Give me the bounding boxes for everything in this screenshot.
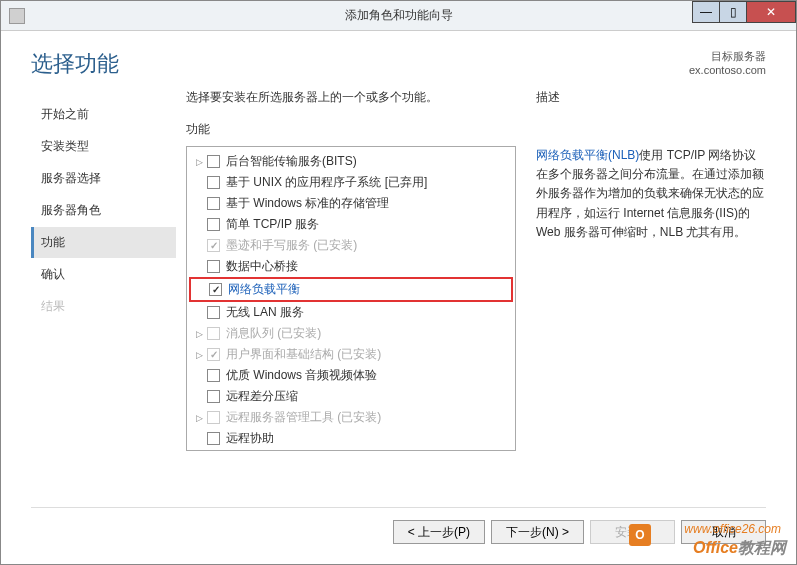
feature-item[interactable]: ▷无线 LAN 服务 <box>187 302 515 323</box>
feature-checkbox[interactable] <box>207 260 220 273</box>
feature-checkbox <box>207 239 220 252</box>
feature-item[interactable]: ▷墨迹和手写服务 (已安装) <box>187 235 515 256</box>
expand-icon[interactable]: ▷ <box>193 413 205 423</box>
main: 选择要安装在所选服务器上的一个或多个功能。 功能 ▷后台智能传输服务(BITS)… <box>176 89 766 489</box>
features-listbox[interactable]: ▷后台智能传输服务(BITS)▷基于 UNIX 的应用程序子系统 [已弃用]▷基… <box>186 146 516 451</box>
feature-label: 后台智能传输服务(BITS) <box>226 153 357 170</box>
feature-item[interactable]: ▷后台智能传输服务(BITS) <box>187 151 515 172</box>
expand-icon[interactable]: ▷ <box>193 157 205 167</box>
titlebar: 添加角色和功能向导 — ▯ ✕ <box>1 1 796 31</box>
feature-checkbox[interactable] <box>207 218 220 231</box>
feature-item[interactable]: ▷远程协助 <box>187 428 515 449</box>
window-title: 添加角色和功能向导 <box>345 7 453 24</box>
description-label: 描述 <box>536 89 766 106</box>
button-bar: < 上一步(P) 下一步(N) > 安装(I) 取消 <box>31 507 766 544</box>
feature-item[interactable]: ▷基于 UNIX 的应用程序子系统 [已弃用] <box>187 172 515 193</box>
feature-checkbox[interactable] <box>207 155 220 168</box>
header: 选择功能 目标服务器 ex.contoso.com <box>1 31 796 89</box>
feature-label: 无线 LAN 服务 <box>226 304 304 321</box>
next-button[interactable]: 下一步(N) > <box>491 520 584 544</box>
sidebar: 开始之前 安装类型 服务器选择 服务器角色 功能 确认 结果 <box>31 89 176 489</box>
feature-label: 优质 Windows 音频视频体验 <box>226 367 377 384</box>
sidebar-item-features[interactable]: 功能 <box>31 227 176 258</box>
feature-item[interactable]: ▷网络负载平衡 <box>189 277 513 302</box>
feature-checkbox <box>207 327 220 340</box>
feature-item[interactable]: ▷远程服务器管理工具 (已安装) <box>187 407 515 428</box>
sidebar-item-results: 结果 <box>31 291 176 322</box>
feature-item[interactable]: ▷用户界面和基础结构 (已安装) <box>187 344 515 365</box>
features-column: 选择要安装在所选服务器上的一个或多个功能。 功能 ▷后台智能传输服务(BITS)… <box>186 89 516 489</box>
expand-icon[interactable]: ▷ <box>193 329 205 339</box>
feature-label: 网络负载平衡 <box>228 281 300 298</box>
feature-checkbox[interactable] <box>209 283 222 296</box>
minimize-button[interactable]: — <box>692 1 720 23</box>
app-icon <box>9 8 25 24</box>
feature-label: 基于 Windows 标准的存储管理 <box>226 195 389 212</box>
feature-checkbox[interactable] <box>207 432 220 445</box>
install-button: 安装(I) <box>590 520 675 544</box>
feature-label: 墨迹和手写服务 (已安装) <box>226 237 357 254</box>
description-text: 网络负载平衡(NLB)使用 TCP/IP 网络协议在多个服务器之间分布流量。在通… <box>536 146 766 242</box>
sidebar-item-before-begin[interactable]: 开始之前 <box>31 99 176 130</box>
content: 开始之前 安装类型 服务器选择 服务器角色 功能 确认 结果 选择要安装在所选服… <box>1 89 796 489</box>
feature-checkbox[interactable] <box>207 306 220 319</box>
feature-item[interactable]: ▷基于 Windows 标准的存储管理 <box>187 193 515 214</box>
feature-item[interactable]: ▷数据中心桥接 <box>187 256 515 277</box>
feature-item[interactable]: ▷增强的存储 <box>187 449 515 451</box>
sidebar-item-server-roles[interactable]: 服务器角色 <box>31 195 176 226</box>
features-label: 功能 <box>186 121 516 138</box>
maximize-button[interactable]: ▯ <box>719 1 747 23</box>
target-server-name: ex.contoso.com <box>689 64 766 76</box>
feature-label: 简单 TCP/IP 服务 <box>226 216 319 233</box>
page-title: 选择功能 <box>31 49 119 79</box>
feature-item[interactable]: ▷消息队列 (已安装) <box>187 323 515 344</box>
expand-icon[interactable]: ▷ <box>193 350 205 360</box>
description-column: 描述 网络负载平衡(NLB)使用 TCP/IP 网络协议在多个服务器之间分布流量… <box>536 89 766 489</box>
window-controls: — ▯ ✕ <box>693 1 796 23</box>
feature-checkbox <box>207 348 220 361</box>
feature-label: 远程协助 <box>226 430 274 447</box>
instruction-text: 选择要安装在所选服务器上的一个或多个功能。 <box>186 89 516 106</box>
feature-label: 消息队列 (已安装) <box>226 325 321 342</box>
cancel-button[interactable]: 取消 <box>681 520 766 544</box>
feature-label: 数据中心桥接 <box>226 258 298 275</box>
feature-label: 远程差分压缩 <box>226 388 298 405</box>
server-info: 目标服务器 ex.contoso.com <box>689 49 766 76</box>
close-button[interactable]: ✕ <box>746 1 796 23</box>
feature-checkbox[interactable] <box>207 369 220 382</box>
feature-checkbox[interactable] <box>207 176 220 189</box>
feature-item[interactable]: ▷优质 Windows 音频视频体验 <box>187 365 515 386</box>
feature-label: 基于 UNIX 的应用程序子系统 [已弃用] <box>226 174 427 191</box>
feature-item[interactable]: ▷远程差分压缩 <box>187 386 515 407</box>
feature-checkbox[interactable] <box>207 390 220 403</box>
sidebar-item-server-select[interactable]: 服务器选择 <box>31 163 176 194</box>
feature-checkbox[interactable] <box>207 197 220 210</box>
sidebar-item-confirm[interactable]: 确认 <box>31 259 176 290</box>
prev-button[interactable]: < 上一步(P) <box>393 520 485 544</box>
feature-label: 远程服务器管理工具 (已安装) <box>226 409 381 426</box>
feature-label: 用户界面和基础结构 (已安装) <box>226 346 381 363</box>
target-server-label: 目标服务器 <box>689 49 766 64</box>
feature-checkbox <box>207 411 220 424</box>
sidebar-item-install-type[interactable]: 安装类型 <box>31 131 176 162</box>
feature-item[interactable]: ▷简单 TCP/IP 服务 <box>187 214 515 235</box>
description-link: 网络负载平衡(NLB) <box>536 148 639 162</box>
